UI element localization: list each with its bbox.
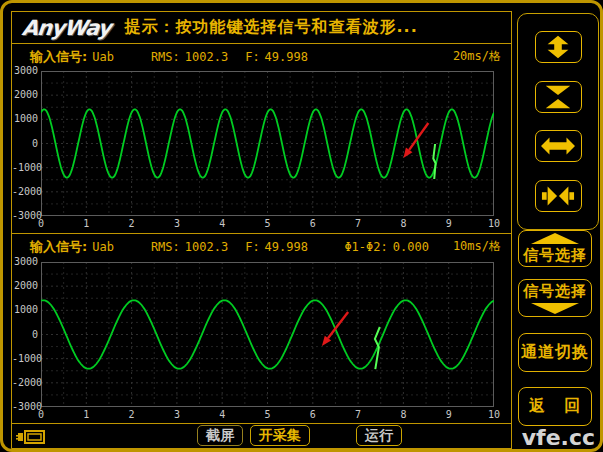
signal-readout: 输入信号: Uab xyxy=(30,48,114,66)
x-axis-tick-label: 0 xyxy=(32,218,50,229)
signal-select-down-label: 信号选择 xyxy=(523,282,587,301)
compress-vertical-icon xyxy=(541,85,575,109)
signal-label: 输入信号: xyxy=(30,48,87,66)
y-axis-tick-label: 0 xyxy=(12,138,38,149)
power-status-icon xyxy=(16,429,46,449)
analyzer-screen: AnyWay 提示：按功能键选择信号和查看波形... 输入信号: Uab RMS… xyxy=(0,0,603,452)
x-axis-tick-label: 9 xyxy=(440,409,458,420)
x-axis-tick-label: 1 xyxy=(77,409,95,420)
panel-1-header: 输入信号: Uab RMS: 1002.3 F: 49.998 20ms/格 xyxy=(30,48,501,65)
signal-value: Uab xyxy=(92,50,114,64)
x-axis-tick-label: 8 xyxy=(394,409,412,420)
x-axis-tick-label: 6 xyxy=(304,218,322,229)
zoom-button-group xyxy=(517,13,599,230)
y-axis-tick-label: 2000 xyxy=(12,89,38,100)
waveform-plot-2 xyxy=(41,262,494,407)
freq-readout: F: 49.998 xyxy=(240,50,308,64)
freq-value: 49.998 xyxy=(265,240,308,254)
x-axis-tick-label: 1 xyxy=(77,218,95,229)
rms-label: RMS: xyxy=(151,50,180,64)
x-axis-tick-label: 3 xyxy=(168,218,186,229)
return-label-right: 回 xyxy=(564,396,581,417)
compress-vertical-button[interactable] xyxy=(535,81,582,113)
timebase-readout: 20ms/格 xyxy=(453,48,501,65)
expand-horizontal-icon xyxy=(541,134,575,158)
expand-vertical-button[interactable] xyxy=(535,31,582,63)
panel-2-header: 输入信号: Uab RMS: 1002.3 F: 49.998 Φ1-Φ2: 0… xyxy=(30,238,501,255)
x-axis-tick-label: 2 xyxy=(123,409,141,420)
y-axis-tick-label: 1000 xyxy=(12,304,38,315)
compress-horizontal-button[interactable] xyxy=(535,180,582,212)
freq-value: 49.998 xyxy=(265,50,308,64)
sidebar: 信号选择 信号选择 通道切换 返 回 xyxy=(515,11,601,449)
main-column: AnyWay 提示：按功能键选择信号和查看波形... 输入信号: Uab RMS… xyxy=(11,11,512,449)
channel-switch-button[interactable]: 通道切换 xyxy=(518,333,592,372)
signal-value: Uab xyxy=(92,240,114,254)
y-axis-tick-label: 0 xyxy=(12,329,38,340)
compress-horizontal-icon xyxy=(541,184,575,208)
x-axis-tick-label: 10 xyxy=(485,409,503,420)
x-axis-tick-label: 3 xyxy=(168,409,186,420)
y-axis-tick-label: 3000 xyxy=(12,256,38,267)
expand-vertical-icon xyxy=(541,35,575,59)
y-axis-tick-label: 3000 xyxy=(12,65,38,76)
y-axis-tick-label: -2000 xyxy=(12,377,38,388)
waveform-panel-1: 输入信号: Uab RMS: 1002.3 F: 49.998 20ms/格 3… xyxy=(12,44,511,234)
x-axis-tick-label: 2 xyxy=(123,218,141,229)
rms-value: 1002.3 xyxy=(185,240,228,254)
expand-horizontal-button[interactable] xyxy=(535,130,582,162)
vfe-watermark: vfe.cc xyxy=(522,425,595,450)
freq-label: F: xyxy=(245,50,259,64)
x-axis-tick-label: 4 xyxy=(213,218,231,229)
x-axis-tick-label: 6 xyxy=(304,409,322,420)
return-label-left: 返 xyxy=(529,396,546,417)
signal-select-up-label: 信号选择 xyxy=(523,246,587,265)
x-axis-tick-label: 5 xyxy=(259,409,277,420)
x-axis-tick-label: 7 xyxy=(349,409,367,420)
triangle-down-icon xyxy=(531,303,579,314)
phase-label: Φ1-Φ2: xyxy=(344,240,387,254)
x-axis-tick-label: 4 xyxy=(213,409,231,420)
freq-label: F: xyxy=(245,240,259,254)
screenshot-button[interactable]: 截屏 xyxy=(197,425,243,446)
x-axis-tick-label: 0 xyxy=(32,409,50,420)
title-bar: AnyWay 提示：按功能键选择信号和查看波形... xyxy=(12,12,511,44)
rms-label: RMS: xyxy=(151,240,180,254)
y-axis-tick-label: -2000 xyxy=(12,186,38,197)
run-button[interactable]: 运行 xyxy=(356,425,402,446)
hint-text: 提示：按功能键选择信号和查看波形... xyxy=(125,17,418,38)
x-axis-tick-label: 9 xyxy=(440,218,458,229)
signal-readout: 输入信号: Uab xyxy=(30,238,114,256)
return-button[interactable]: 返 回 xyxy=(518,387,592,426)
rms-readout: RMS: 1002.3 xyxy=(146,50,228,64)
x-axis-tick-label: 10 xyxy=(485,218,503,229)
signal-select-up-button[interactable]: 信号选择 xyxy=(518,230,592,267)
phase-value: 0.000 xyxy=(393,240,429,254)
x-axis-tick-label: 7 xyxy=(349,218,367,229)
timebase-readout: 10ms/格 xyxy=(453,238,501,255)
x-axis-tick-label: 8 xyxy=(394,218,412,229)
y-axis-tick-label: -1000 xyxy=(12,353,38,364)
bottom-bar: 截屏 开采集 运行 xyxy=(12,424,511,449)
triangle-up-icon xyxy=(531,233,579,244)
waveform-panel-2: 输入信号: Uab RMS: 1002.3 F: 49.998 Φ1-Φ2: 0… xyxy=(12,234,511,424)
anyway-logo: AnyWay xyxy=(21,16,112,40)
y-axis-tick-label: 2000 xyxy=(12,280,38,291)
signal-label: 输入信号: xyxy=(30,238,87,256)
signal-select-down-button[interactable]: 信号选择 xyxy=(518,279,592,317)
x-axis-tick-label: 5 xyxy=(259,218,277,229)
rms-readout: RMS: 1002.3 xyxy=(146,240,228,254)
freq-readout: F: 49.998 xyxy=(240,240,308,254)
y-axis-tick-label: -1000 xyxy=(12,162,38,173)
phase-readout: Φ1-Φ2: 0.000 xyxy=(339,240,428,254)
waveform-svg-2 xyxy=(41,262,494,407)
waveform-svg-1 xyxy=(41,71,494,216)
y-axis-tick-label: 1000 xyxy=(12,113,38,124)
start-capture-button[interactable]: 开采集 xyxy=(250,425,310,446)
waveform-plot-1 xyxy=(41,71,494,216)
rms-value: 1002.3 xyxy=(185,50,228,64)
